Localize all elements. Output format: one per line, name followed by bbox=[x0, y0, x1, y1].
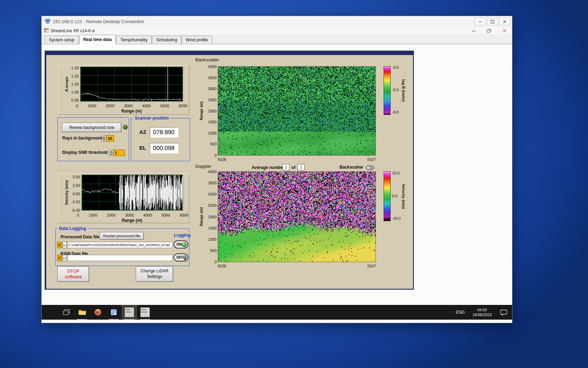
tick-label: -3.0 bbox=[392, 65, 399, 69]
tick-label: 3000 bbox=[208, 87, 217, 91]
app-close-button[interactable] bbox=[497, 27, 512, 34]
processed-data-file-label: Processed Data file bbox=[61, 234, 99, 239]
raw-logging-switch[interactable]: OFF bbox=[174, 253, 188, 261]
clock[interactable]: 04:50 16/08/2023 bbox=[469, 307, 495, 318]
raw-drive-button[interactable]: C bbox=[57, 255, 62, 261]
rays-spinner[interactable] bbox=[102, 135, 106, 142]
raw-path-field[interactable] bbox=[67, 255, 173, 261]
blue-document-icon bbox=[110, 309, 117, 316]
doppler-colorbar-label: Velocity (m/s) bbox=[401, 169, 406, 224]
firefox-button[interactable] bbox=[90, 305, 106, 320]
rdp-computer-icon bbox=[45, 19, 50, 25]
tab-scheduling[interactable]: Scheduling bbox=[152, 36, 181, 44]
tick-label: 3000 bbox=[208, 192, 217, 196]
backscatter-toggle[interactable] bbox=[366, 165, 374, 170]
velocity-x-ticks: 0100020003000400050006000 bbox=[77, 213, 188, 217]
blue-app-button[interactable] bbox=[106, 305, 121, 320]
rays-in-background-label: Rays in background bbox=[62, 136, 103, 141]
doppler-title: Doppler bbox=[195, 164, 211, 169]
tick-label: -2.50 bbox=[71, 200, 80, 204]
data-logging-group: Data Logging Processed Data file Restart… bbox=[55, 229, 189, 266]
el-value-display: 000.098 bbox=[150, 143, 178, 154]
doppler-colorbar bbox=[384, 171, 391, 221]
average-number-field[interactable]: 1 bbox=[282, 164, 289, 170]
ascope-plot-area bbox=[80, 67, 183, 102]
tick-label: 4000 bbox=[142, 104, 151, 108]
tick-label: 4000 bbox=[208, 170, 217, 174]
tick-label: 0 bbox=[215, 153, 217, 157]
az-value-display: 078.990 bbox=[150, 127, 178, 138]
snr-value-field[interactable]: 1 bbox=[113, 150, 125, 156]
tick-label: 1000 bbox=[208, 131, 217, 135]
notification-icon bbox=[500, 309, 507, 315]
taskbar: Scan sched Scan sched ENG 04:50 16/08/20… bbox=[42, 305, 512, 320]
velocity-plot-widget: Velocity (m/s) 5.002.500.00-2.50-5.00 01… bbox=[58, 173, 189, 223]
file-explorer-button[interactable] bbox=[74, 305, 90, 320]
backscatter-heatmap bbox=[218, 67, 376, 155]
tick-label: 2000 bbox=[107, 213, 115, 217]
tick-label: 0 bbox=[215, 260, 217, 264]
processed-drive-button[interactable]: C bbox=[57, 242, 62, 248]
tick-label: 1.05 bbox=[71, 90, 79, 94]
task-view-button[interactable] bbox=[58, 305, 74, 320]
raw-browse-button[interactable] bbox=[62, 255, 67, 261]
action-center-button[interactable] bbox=[495, 309, 512, 315]
tab-label: Real time data bbox=[83, 37, 112, 42]
data-logging-title: Data Logging bbox=[58, 226, 88, 231]
doppler-plot-area bbox=[218, 171, 376, 262]
front-panel: A-scope 1.201.151.101.050.99 01000200030… bbox=[46, 55, 413, 289]
average-count-field[interactable]: 1 bbox=[298, 164, 304, 170]
tab-wind-profile[interactable]: Wind profile bbox=[182, 36, 212, 44]
tick-label: 5.00 bbox=[73, 175, 80, 179]
rays-value-field[interactable]: 10 bbox=[106, 135, 114, 142]
tick-label: 1000 bbox=[208, 237, 217, 241]
doppler-y-axis-label: Range (m) bbox=[199, 172, 204, 262]
app-content: A-scope 1.201.151.101.050.99 01000200030… bbox=[42, 44, 512, 305]
doppler-y-ticks: 40003500300025002000150010005000 bbox=[204, 170, 217, 264]
front-panel-frame: A-scope 1.201.151.101.050.99 01000200030… bbox=[44, 50, 414, 290]
logging-label: Logging bbox=[173, 233, 192, 238]
restart-processed-file-button[interactable]: Restart processed file bbox=[100, 232, 144, 240]
app-restore-button[interactable] bbox=[481, 27, 497, 34]
on-label: ON bbox=[176, 243, 182, 246]
rdp-window: 192.168.0.122 - Remote Desktop Connectio… bbox=[41, 16, 512, 323]
tab-real-time-data[interactable]: Real time data bbox=[79, 35, 116, 44]
processed-browse-button[interactable] bbox=[62, 242, 67, 248]
renew-background-button[interactable]: Renew background now bbox=[62, 123, 121, 132]
logging-off-led bbox=[183, 255, 187, 260]
clock-time: 04:50 bbox=[472, 307, 492, 312]
tick-label: 1000 bbox=[89, 213, 97, 217]
logging-on-led bbox=[182, 242, 187, 247]
snr-spinner[interactable] bbox=[109, 150, 113, 156]
backscatter-toggle-label: Backscatter bbox=[340, 165, 363, 170]
processed-logging-switch[interactable]: ON bbox=[174, 240, 188, 248]
processed-path-field[interactable]: C:\Lidar\Data\Proc\2023\202308\20230816\… bbox=[67, 242, 173, 248]
renew-background-led bbox=[123, 125, 128, 130]
tick-label: 4000 bbox=[144, 213, 152, 217]
rdp-maximize-button[interactable] bbox=[487, 18, 498, 25]
scan-scheduler-window-1[interactable]: Scan sched bbox=[121, 305, 137, 320]
language-indicator[interactable]: ENG bbox=[451, 310, 469, 315]
firefox-icon bbox=[94, 308, 102, 316]
rdp-close-button[interactable] bbox=[499, 18, 510, 25]
velocity-y-ticks: 5.002.500.00-2.50-5.00 bbox=[60, 175, 80, 212]
change-lidar-settings-button[interactable]: Change LiDAR Settings bbox=[136, 266, 173, 282]
rdp-titlebar[interactable]: 192.168.0.122 - Remote Desktop Connectio… bbox=[42, 16, 512, 27]
tab-system-setup[interactable]: System setup bbox=[45, 36, 79, 44]
el-label: EL bbox=[139, 145, 146, 151]
backscatter-title: Backscatter bbox=[195, 57, 219, 62]
tick-label: 3000 bbox=[124, 104, 133, 108]
scan-scheduler-window-2[interactable]: Scan sched bbox=[137, 305, 153, 320]
tick-label: 2.50 bbox=[73, 183, 80, 188]
streamline-titlebar[interactable]: StreamLine XR v14-6.vi bbox=[42, 27, 512, 35]
rdp-minimize-button[interactable] bbox=[475, 18, 485, 25]
streamline-window-title: StreamLine XR v14-6.vi bbox=[50, 28, 95, 33]
backscatter-x-left: 5028 bbox=[218, 157, 226, 162]
ascope-plot-widget: A-scope 1.201.151.101.050.99 01000200030… bbox=[58, 65, 189, 115]
app-minimize-button[interactable] bbox=[466, 27, 481, 34]
off-label: OFF bbox=[176, 255, 183, 259]
average-number-label: Average number bbox=[252, 165, 285, 170]
tab-temp-humidity[interactable]: Temp/humidity bbox=[116, 36, 152, 44]
stop-software-button[interactable]: STOP software bbox=[57, 266, 89, 282]
tick-label: 6000 bbox=[178, 104, 187, 108]
